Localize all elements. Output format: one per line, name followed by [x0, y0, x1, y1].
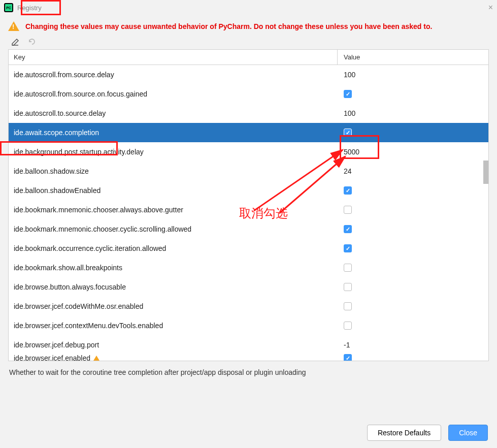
registry-value[interactable]: -1: [341, 341, 488, 349]
column-key[interactable]: Key: [9, 50, 338, 65]
registry-key: ide.browser.jcef.codeWithMe.osr.enabled: [9, 302, 341, 310]
registry-value[interactable]: [341, 225, 488, 233]
warning-icon: [8, 21, 19, 31]
registry-value[interactable]: [341, 322, 488, 330]
table-row[interactable]: ide.bookmark.occurrence.cyclic.iteration…: [9, 239, 488, 258]
registry-key: ide.bookmark.show.all.breakpoints: [9, 264, 341, 272]
registry-table: Key Value ide.autoscroll.from.source.del…: [8, 49, 489, 361]
registry-value[interactable]: [341, 129, 488, 137]
checkbox[interactable]: [344, 283, 352, 291]
description-text: Whether to wait for the coroutine tree c…: [0, 361, 497, 383]
registry-value[interactable]: [341, 206, 488, 214]
table-body[interactable]: ide.autoscroll.from.source.delay100ide.a…: [9, 65, 488, 361]
toolbar: [0, 35, 497, 49]
table-row[interactable]: ide.balloon.shadow.size24: [9, 162, 488, 181]
registry-value[interactable]: [341, 186, 488, 195]
registry-value[interactable]: [341, 302, 488, 310]
registry-value[interactable]: [341, 264, 488, 272]
registry-key: ide.await.scope.completion: [9, 129, 341, 137]
registry-key: ide.autoscroll.from.source.on.focus.gain…: [9, 90, 341, 98]
app-icon: [4, 3, 13, 12]
table-row[interactable]: ide.bookmark.mnemonic.chooser.always.abo…: [9, 200, 488, 219]
table-row[interactable]: ide.bookmark.mnemonic.chooser.cyclic.scr…: [9, 219, 488, 239]
table-row[interactable]: ide.balloon.shadowEnabled: [9, 181, 488, 200]
checkbox[interactable]: [344, 244, 352, 252]
table-header: Key Value: [9, 50, 488, 65]
revert-icon[interactable]: [27, 37, 37, 46]
modified-icon: [93, 356, 100, 361]
table-row[interactable]: ide.await.scope.completion: [9, 123, 488, 142]
table-row[interactable]: ide.browse.button.always.focusable: [9, 277, 488, 297]
edit-icon[interactable]: [11, 37, 20, 46]
warning-text: Changing these values may cause unwanted…: [25, 22, 432, 30]
table-row[interactable]: ide.browser.jcef.enabled: [9, 355, 488, 361]
table-row[interactable]: ide.autoscroll.from.source.delay100: [9, 65, 488, 84]
registry-key: ide.browser.jcef.contextMenu.devTools.en…: [9, 322, 341, 330]
scrollbar-thumb[interactable]: [483, 161, 488, 184]
registry-key: ide.browser.jcef.enabled: [9, 354, 341, 361]
registry-key: ide.bookmark.occurrence.cyclic.iteration…: [9, 244, 341, 252]
registry-key: ide.bookmark.mnemonic.chooser.cyclic.scr…: [9, 225, 341, 233]
checkbox[interactable]: [344, 186, 352, 195]
registry-value[interactable]: [341, 354, 488, 361]
checkbox[interactable]: [344, 354, 352, 361]
registry-key: ide.bookmark.mnemonic.chooser.always.abo…: [9, 206, 341, 214]
registry-key: ide.balloon.shadow.size: [9, 167, 341, 175]
registry-value[interactable]: [341, 244, 488, 252]
table-row[interactable]: ide.bookmark.show.all.breakpoints: [9, 258, 488, 277]
checkbox[interactable]: [344, 129, 352, 137]
registry-value[interactable]: 24: [341, 167, 488, 175]
checkbox[interactable]: [344, 264, 352, 272]
titlebar: Registry ×: [0, 0, 497, 15]
checkbox[interactable]: [344, 90, 352, 98]
registry-key: ide.autoscroll.to.source.delay: [9, 109, 341, 117]
registry-key: ide.balloon.shadowEnabled: [9, 186, 341, 195]
registry-key: ide.autoscroll.from.source.delay: [9, 71, 341, 79]
registry-value[interactable]: 5000: [341, 148, 488, 156]
registry-value[interactable]: 100: [341, 71, 488, 79]
window-title: Registry: [17, 4, 42, 12]
registry-key: ide.browse.button.always.focusable: [9, 283, 341, 291]
restore-defaults-button[interactable]: Restore Defaults: [367, 425, 441, 441]
table-row[interactable]: ide.autoscroll.to.source.delay100: [9, 104, 488, 123]
registry-value[interactable]: [341, 283, 488, 291]
registry-key: ide.background.post.startup.activity.del…: [9, 148, 341, 156]
table-row[interactable]: ide.background.post.startup.activity.del…: [9, 142, 488, 162]
close-icon[interactable]: ×: [488, 3, 493, 12]
registry-value[interactable]: [341, 90, 488, 98]
warning-banner: Changing these values may cause unwanted…: [0, 15, 497, 35]
checkbox[interactable]: [344, 322, 352, 330]
table-row[interactable]: ide.browser.jcef.debug.port-1: [9, 335, 488, 355]
checkbox[interactable]: [344, 302, 352, 310]
checkbox[interactable]: [344, 206, 352, 214]
column-value[interactable]: Value: [338, 53, 488, 61]
registry-value[interactable]: 100: [341, 109, 488, 117]
table-row[interactable]: ide.autoscroll.from.source.on.focus.gain…: [9, 84, 488, 104]
registry-key: ide.browser.jcef.debug.port: [9, 341, 341, 349]
table-row[interactable]: ide.browser.jcef.codeWithMe.osr.enabled: [9, 297, 488, 316]
checkbox[interactable]: [344, 225, 352, 233]
table-row[interactable]: ide.browser.jcef.contextMenu.devTools.en…: [9, 316, 488, 335]
close-button[interactable]: Close: [448, 425, 488, 441]
footer: Restore Defaults Close: [367, 425, 488, 441]
